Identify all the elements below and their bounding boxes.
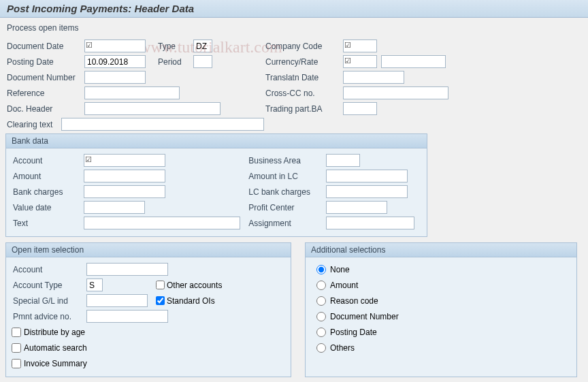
add-amount-label: Amount	[330, 281, 358, 290]
invoice-summary-checkbox[interactable]	[12, 359, 21, 368]
cross-cc-label: Cross-CC no.	[264, 89, 343, 98]
distribute-by-age-label: Distribute by age	[24, 328, 85, 337]
doc-number-radio[interactable]	[316, 312, 326, 321]
posting-date-label: Posting Date	[5, 57, 84, 67]
bank-data-title: Bank data	[6, 134, 427, 148]
process-open-items-link[interactable]: Process open items	[7, 23, 78, 33]
clearing-text-input[interactable]	[61, 118, 264, 131]
amount-label: Amount	[12, 172, 84, 181]
standard-ois-label: Standard OIs	[167, 296, 215, 306]
translatn-date-input[interactable]	[343, 71, 404, 84]
bank-account-input[interactable]	[84, 154, 165, 167]
document-date-label: Document Date	[5, 42, 84, 51]
cross-cc-input[interactable]	[343, 86, 448, 99]
open-item-selection-group: Open item selection Account Account Type…	[5, 242, 291, 377]
additional-title: Additional selections	[306, 243, 576, 257]
none-label: None	[330, 265, 350, 274]
account-type-input[interactable]	[86, 278, 103, 291]
company-code-input[interactable]	[343, 39, 377, 52]
reference-input[interactable]	[84, 86, 180, 99]
none-radio[interactable]	[316, 265, 326, 274]
type-input[interactable]	[193, 39, 212, 52]
doc-header-label: Doc. Header	[5, 104, 84, 114]
bank-text-label: Text	[12, 219, 84, 228]
add-doc-number-label: Document Number	[330, 312, 399, 321]
trading-part-label: Trading part.BA	[264, 104, 343, 114]
lc-bank-charges-label: LC bank charges	[247, 187, 326, 197]
profit-center-input[interactable]	[326, 201, 387, 214]
clearing-text-label: Clearing text	[5, 120, 61, 129]
assignment-label: Assignment	[247, 219, 326, 228]
business-area-label: Business Area	[247, 156, 326, 165]
others-label: Others	[330, 343, 355, 353]
special-gl-label: Special G/L ind	[12, 296, 86, 306]
company-code-label: Company Code	[264, 42, 343, 51]
reason-code-label: Reason code	[330, 296, 378, 306]
additional-selections-group: Additional selections None Amount Reason…	[305, 242, 577, 377]
bank-text-input[interactable]	[84, 217, 240, 229]
reason-code-radio[interactable]	[316, 296, 326, 306]
pmnt-advice-input[interactable]	[86, 310, 168, 323]
type-label: Type	[158, 42, 193, 51]
bank-charges-label: Bank charges	[12, 187, 84, 197]
posting-date-input[interactable]	[84, 55, 146, 68]
add-posting-date-label: Posting Date	[330, 328, 377, 337]
lc-bank-charges-input[interactable]	[326, 185, 408, 198]
business-area-input[interactable]	[326, 154, 360, 167]
value-date-label: Value date	[12, 203, 84, 212]
open-item-title: Open item selection	[6, 243, 291, 257]
bank-data-group: Bank data Account ☑ Amount	[5, 133, 427, 237]
bank-charges-input[interactable]	[84, 185, 165, 198]
oi-account-label: Account	[12, 265, 86, 274]
profit-center-label: Profit Center	[247, 203, 326, 212]
bank-account-label: Account	[12, 156, 84, 165]
translatn-date-label: Translatn Date	[264, 73, 343, 82]
standard-ois-checkbox[interactable]	[156, 296, 165, 305]
document-number-label: Document Number	[5, 73, 84, 82]
amount-lc-input[interactable]	[326, 170, 408, 182]
distribute-by-age-checkbox[interactable]	[12, 328, 21, 337]
other-accounts-label: Other accounts	[167, 281, 222, 290]
doc-header-input[interactable]	[84, 102, 220, 115]
invoice-summary-label: Invoice Summary	[24, 359, 87, 368]
special-gl-input[interactable]	[86, 294, 148, 307]
amount-lc-label: Amount in LC	[247, 172, 326, 181]
currency-input[interactable]	[343, 55, 377, 68]
document-date-input[interactable]	[84, 39, 146, 52]
amount-radio[interactable]	[316, 281, 326, 290]
trading-part-input[interactable]	[343, 102, 377, 115]
pmnt-advice-label: Pmnt advice no.	[12, 312, 86, 321]
others-radio[interactable]	[316, 343, 326, 353]
automatic-search-label: Automatic search	[24, 343, 87, 353]
window-title: Post Incoming Payments: Header Data	[0, 0, 588, 18]
currency-rate-label: Currency/Rate	[264, 57, 343, 67]
reference-label: Reference	[5, 89, 84, 98]
posting-date-radio[interactable]	[316, 328, 326, 337]
oi-account-input[interactable]	[86, 263, 168, 276]
automatic-search-checkbox[interactable]	[12, 343, 21, 353]
amount-input[interactable]	[84, 170, 165, 182]
document-number-input[interactable]	[84, 71, 146, 84]
other-accounts-checkbox[interactable]	[156, 281, 165, 289]
period-label: Period	[158, 57, 193, 67]
rate-input[interactable]	[381, 55, 446, 68]
value-date-input[interactable]	[84, 201, 145, 214]
assignment-input[interactable]	[326, 217, 414, 229]
account-type-label: Account Type	[12, 281, 86, 290]
period-input[interactable]	[193, 55, 212, 68]
